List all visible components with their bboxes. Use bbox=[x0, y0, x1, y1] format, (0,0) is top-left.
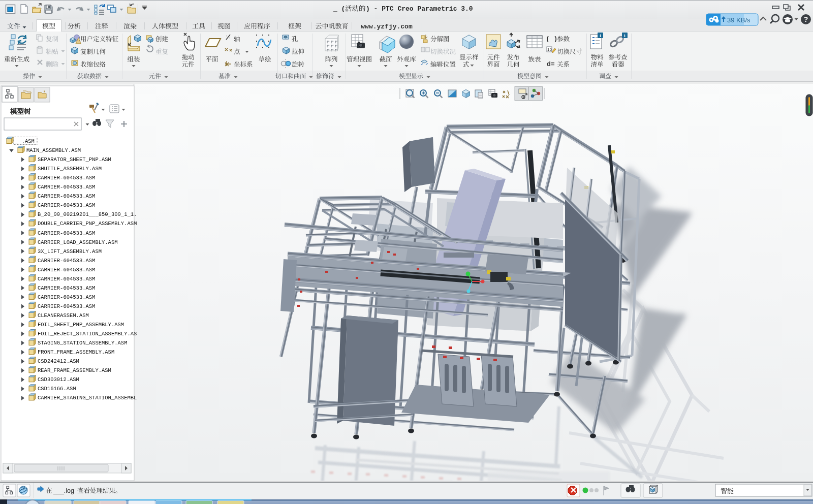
svg-text:MAIN_ASSEMBLY.ASM: MAIN_ASSEMBLY.ASM bbox=[26, 147, 81, 153]
svg-text:FOIL_REJECT_STATION_ASSEMBLY.A: FOIL_REJECT_STATION_ASSEMBLY.AS bbox=[38, 331, 137, 337]
svg-text:___.log: ___.log bbox=[53, 487, 74, 494]
svg-text:( ): ( ) bbox=[546, 35, 557, 43]
svg-text:CARRIER-604533.ASM: CARRIER-604533.ASM bbox=[38, 294, 95, 300]
svg-text:CSD303012.ASM: CSD303012.ASM bbox=[38, 376, 79, 383]
svg-text:CLEANERASSEM.ASM: CLEANERASSEM.ASM bbox=[38, 312, 89, 319]
svg-text:CARRIER-604533.ASM: CARRIER-604533.ASM bbox=[38, 303, 95, 309]
svg-text:FOIL_SHEET_PNP_ASSEMBLY.ASM: FOIL_SHEET_PNP_ASSEMBLY.ASM bbox=[38, 322, 124, 328]
svg-text:) - PTC Creo Parametric 3.0: ) - PTC Creo Parametric 3.0 bbox=[366, 5, 473, 13]
svg-text:15: 15 bbox=[547, 47, 552, 52]
svg-text:SHUTTLE_ASSEMBLY.ASM: SHUTTLE_ASSEMBLY.ASM bbox=[38, 166, 102, 172]
svg-text:CARRIER-604533.ASM: CARRIER-604533.ASM bbox=[38, 267, 95, 273]
svg-text:CARRIER-604533.ASM: CARRIER-604533.ASM bbox=[38, 175, 95, 181]
svg-text:CARRIER-604533.ASM: CARRIER-604533.ASM bbox=[38, 184, 95, 190]
svg-text:STAGING_STATION_ASSEMBLY.ASM: STAGING_STATION_ASSEMBLY.ASM bbox=[38, 340, 127, 346]
svg-text:CARRIER-604533.ASM: CARRIER-604533.ASM bbox=[38, 285, 95, 291]
svg-text:DOUBLE_CARRIER_PNP_ASSEMBLY.AS: DOUBLE_CARRIER_PNP_ASSEMBLY.ASM bbox=[38, 220, 137, 227]
svg-text:SEPARATOR_SHEET_PNP.ASM: SEPARATOR_SHEET_PNP.ASM bbox=[38, 156, 111, 163]
svg-text:CARRIER-604533.ASM: CARRIER-604533.ASM bbox=[38, 258, 95, 264]
svg-text:CARRIER-604533.ASM: CARRIER-604533.ASM bbox=[38, 230, 95, 236]
svg-text:CARRIER-604533.ASM: CARRIER-604533.ASM bbox=[38, 193, 95, 199]
svg-text:_ .ASM: _ .ASM bbox=[15, 138, 35, 144]
svg-text:d=: d= bbox=[547, 60, 555, 68]
svg-text:3X_LIFT_ASSEMBLY.ASM: 3X_LIFT_ASSEMBLY.ASM bbox=[38, 248, 102, 255]
svg-text:CARRIER_LOAD_ASSEMBLY.ASM: CARRIER_LOAD_ASSEMBLY.ASM bbox=[38, 239, 118, 245]
svg-text:CARRIER_STAGING_STATION_ASSEMB: CARRIER_STAGING_STATION_ASSEMBL bbox=[38, 395, 137, 401]
svg-text:CSD16166.ASM: CSD16166.ASM bbox=[38, 386, 76, 392]
svg-text:39 KB/s: 39 KB/s bbox=[727, 16, 751, 24]
svg-text:FRONT_FRAME_ASSEMBLY.ASM: FRONT_FRAME_ASSEMBLY.ASM bbox=[38, 349, 114, 355]
svg-text:CSD242412.ASM: CSD242412.ASM bbox=[38, 358, 79, 364]
svg-text:www.yzfjy.com: www.yzfjy.com bbox=[361, 23, 413, 30]
svg-text:REAR_FRAME_ASSEMBLY.ASM: REAR_FRAME_ASSEMBLY.ASM bbox=[38, 367, 111, 373]
svg-text:?: ? bbox=[804, 15, 808, 23]
svg-text:CARRIER-604533.ASM: CARRIER-604533.ASM bbox=[38, 202, 95, 208]
svg-text:_ (: _ ( bbox=[333, 5, 345, 13]
svg-text:CARRIER-604533.ASM: CARRIER-604533.ASM bbox=[38, 276, 95, 282]
svg-text:B_20_00_00219201___850_300_1_1: B_20_00_00219201___850_300_1_1. bbox=[38, 211, 137, 217]
